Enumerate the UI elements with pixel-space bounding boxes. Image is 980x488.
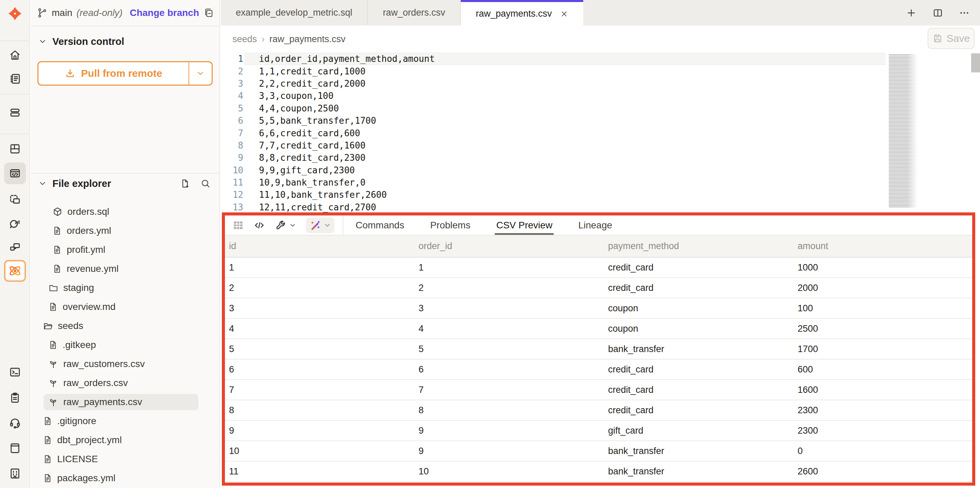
building-icon[interactable] bbox=[9, 467, 21, 480]
panel-tab-csv-preview[interactable]: CSV Preview bbox=[496, 215, 552, 235]
pull-options-caret[interactable] bbox=[189, 62, 212, 85]
table-row[interactable]: 11credit_card1000 bbox=[225, 258, 972, 278]
line-text: 1,1,credit_card,1000 bbox=[243, 66, 366, 76]
file-item-orders-sql[interactable]: orders.sql bbox=[30, 202, 220, 221]
column-header-amount[interactable]: amount bbox=[798, 241, 972, 252]
file-item-raw-payments-csv[interactable]: raw_payments.csv bbox=[30, 393, 220, 412]
code-line[interactable]: 43,3,coupon,100 bbox=[221, 90, 980, 102]
editor-minimap[interactable] bbox=[889, 54, 919, 208]
chevron-down-icon bbox=[38, 37, 47, 46]
code-line[interactable]: 1312,11,credit_card,2700 bbox=[221, 201, 980, 214]
save-button[interactable]: Save bbox=[928, 28, 975, 49]
build-tools-dropdown[interactable] bbox=[275, 220, 296, 231]
code-line[interactable]: 76,6,credit_card,600 bbox=[221, 127, 980, 139]
column-header-payment-method[interactable]: payment_method bbox=[608, 241, 798, 252]
code-line[interactable]: 1id,order_id,payment_method,amount bbox=[221, 53, 980, 65]
panel-tab-problems[interactable]: Problems bbox=[430, 215, 470, 235]
pull-from-remote-button[interactable]: Pull from remote bbox=[37, 61, 213, 86]
table-row[interactable]: 55bank_transfer1700 bbox=[225, 339, 972, 360]
frame-select-icon[interactable] bbox=[9, 194, 21, 206]
code-line[interactable]: 21,1,credit_card,1000 bbox=[221, 65, 980, 77]
code-line[interactable]: 109,9,gift_card,2300 bbox=[221, 164, 980, 176]
code-line[interactable]: 1110,9,bank_transfer,0 bbox=[221, 176, 980, 189]
version-control-header[interactable]: Version control bbox=[30, 29, 220, 54]
code-line[interactable]: 1211,10,bank_transfer,2600 bbox=[221, 189, 980, 201]
table-row[interactable]: 77credit_card1600 bbox=[225, 380, 972, 400]
tab-raw-orders-csv[interactable]: raw_orders.csv bbox=[368, 0, 461, 25]
folder-item-staging[interactable]: staging bbox=[30, 278, 220, 297]
panel-tab-label: Lineage bbox=[578, 220, 612, 231]
home-icon[interactable] bbox=[9, 49, 21, 61]
file-item-profit-yml[interactable]: profit.yml bbox=[30, 240, 220, 259]
table-row[interactable]: 88credit_card2300 bbox=[225, 400, 972, 421]
file-name: revenue.yml bbox=[67, 263, 119, 274]
notebook-icon[interactable] bbox=[9, 73, 21, 85]
csv-preview-table: id order_id payment_method amount 11cred… bbox=[225, 236, 972, 483]
book-icon[interactable] bbox=[9, 442, 21, 454]
file-item-license[interactable]: LICENSE bbox=[30, 450, 220, 469]
clipboard-icon[interactable] bbox=[9, 391, 21, 404]
file-item-overview-md[interactable]: overview.md bbox=[30, 297, 220, 316]
editor-scrollbar-thumb[interactable] bbox=[971, 53, 980, 72]
split-view-icon[interactable] bbox=[932, 8, 943, 18]
document-icon bbox=[43, 416, 52, 426]
file-item-dbt-project-yml[interactable]: dbt_project.yml bbox=[30, 431, 220, 450]
cell: 10 bbox=[418, 466, 608, 477]
code-editor[interactable]: 1id,order_id,payment_method,amount 21,1,… bbox=[221, 53, 980, 212]
search-icon[interactable] bbox=[200, 178, 211, 189]
headset-icon[interactable] bbox=[9, 417, 21, 429]
folder-item-seeds[interactable]: seeds bbox=[30, 316, 220, 336]
table-grid-icon[interactable] bbox=[232, 220, 244, 231]
copy-icon[interactable] bbox=[203, 8, 214, 18]
code-line[interactable]: 32,2,credit_card,2000 bbox=[221, 78, 980, 90]
file-item-revenue-yml[interactable]: revenue.yml bbox=[30, 259, 220, 278]
table-row[interactable]: 44coupon2500 bbox=[225, 319, 972, 339]
panel-tab-lineage[interactable]: Lineage bbox=[578, 215, 612, 235]
change-branch-link[interactable]: Change branch bbox=[130, 8, 199, 18]
tab-example-develop-metric-sql[interactable]: example_develop_metric.sql bbox=[221, 0, 368, 25]
file-item-packages-yml[interactable]: packages.yml bbox=[30, 469, 220, 488]
terminal-icon[interactable] bbox=[9, 366, 21, 378]
file-item-gitignore[interactable]: .gitignore bbox=[30, 412, 220, 431]
file-name: raw_payments.csv bbox=[63, 396, 142, 407]
code-line[interactable]: 65,5,bank_transfer,1700 bbox=[221, 114, 980, 127]
table-row[interactable]: 33coupon100 bbox=[225, 298, 972, 319]
atom-ai-icon[interactable] bbox=[4, 260, 26, 282]
close-icon[interactable] bbox=[560, 10, 568, 18]
file-item-raw-orders-csv[interactable]: raw_orders.csv bbox=[30, 374, 220, 393]
tab-raw-payments-csv[interactable]: raw_payments.csv bbox=[461, 0, 583, 25]
code-line[interactable]: 54,4,coupon,2500 bbox=[221, 102, 980, 114]
breadcrumb-folder[interactable]: seeds bbox=[232, 34, 257, 44]
file-item-orders-yml[interactable]: orders.yml bbox=[30, 221, 220, 240]
file-item-gitkeep[interactable]: .gitkeep bbox=[30, 336, 220, 355]
panel-tab-commands[interactable]: Commands bbox=[356, 215, 404, 235]
table-row[interactable]: 99gift_card2300 bbox=[225, 421, 972, 441]
dashboard-icon[interactable] bbox=[9, 143, 21, 155]
tab-bar-actions bbox=[906, 0, 980, 25]
table-row[interactable]: 22credit_card2000 bbox=[225, 278, 972, 298]
new-file-icon[interactable] bbox=[180, 178, 190, 189]
more-menu-icon[interactable] bbox=[959, 8, 970, 18]
column-header-id[interactable]: id bbox=[229, 241, 418, 252]
stack-icon[interactable] bbox=[9, 106, 21, 119]
ai-wand-dropdown[interactable] bbox=[306, 217, 334, 233]
table-row[interactable]: 109bank_transfer0 bbox=[225, 441, 972, 461]
table-row[interactable]: 1110bank_transfer2600 bbox=[225, 461, 972, 482]
file-item-raw-customers-csv[interactable]: raw_customers.csv bbox=[30, 355, 220, 374]
code-line[interactable]: 98,8,credit_card,2300 bbox=[221, 152, 980, 164]
code-editor-nav-icon[interactable] bbox=[4, 162, 26, 184]
code-tags-icon[interactable] bbox=[253, 220, 265, 231]
windows-icon[interactable] bbox=[9, 241, 21, 253]
rail-divider bbox=[0, 133, 29, 134]
cell: 10 bbox=[229, 446, 418, 456]
table-row[interactable]: 66credit_card600 bbox=[225, 360, 972, 380]
code-line[interactable]: 87,7,credit_card,1600 bbox=[221, 139, 980, 152]
column-header-order-id[interactable]: order_id bbox=[418, 241, 608, 252]
file-name: .gitignore bbox=[57, 416, 96, 426]
query-explorer-icon[interactable] bbox=[8, 217, 21, 230]
pull-from-remote-main[interactable]: Pull from remote bbox=[38, 62, 189, 85]
dbt-logo-icon[interactable] bbox=[7, 6, 23, 21]
file-explorer-header[interactable]: File explorer bbox=[30, 174, 220, 193]
new-tab-icon[interactable] bbox=[906, 8, 917, 18]
folder-open-icon bbox=[43, 321, 53, 331]
